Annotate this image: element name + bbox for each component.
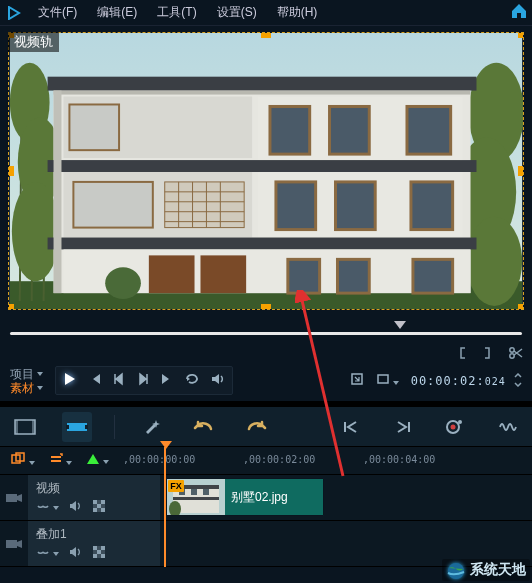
- svg-rect-83: [101, 554, 105, 558]
- svg-rect-72: [173, 497, 219, 500]
- svg-rect-38: [149, 255, 195, 293]
- svg-rect-82: [93, 554, 97, 558]
- checker-icon[interactable]: [93, 546, 105, 561]
- prev-frame-button[interactable]: [112, 372, 126, 389]
- resize-handle-tm[interactable]: [261, 32, 271, 38]
- timeline-header: ,00:00:00:00 ,00:00:02:00 ,00:00:04:00: [0, 447, 532, 475]
- speaker-icon[interactable]: [69, 500, 83, 515]
- svg-rect-65: [101, 500, 105, 504]
- effects-button[interactable]: [137, 412, 167, 442]
- resize-handle-mr[interactable]: [518, 166, 524, 176]
- bracket-left-icon[interactable]: [456, 346, 470, 363]
- globe-icon: [446, 560, 466, 580]
- transport-bar: 项目 素材 00:00:02:024: [0, 364, 532, 401]
- scrub-bar[interactable]: [10, 324, 522, 342]
- preview-area: 视频轨: [0, 26, 532, 310]
- next-frame-button[interactable]: [136, 372, 150, 389]
- scrub-marker-icon[interactable]: [394, 321, 406, 329]
- svg-point-10: [467, 217, 523, 306]
- ruler-tick: ,00:00:00:00: [123, 454, 195, 465]
- svg-rect-80: [101, 546, 105, 550]
- project-material-toggle[interactable]: 项目 素材: [10, 367, 43, 395]
- track-row-video: 视频 FX 别墅02.jpg: [0, 475, 532, 521]
- project-label[interactable]: 项目: [10, 367, 43, 381]
- timeline-tracks: 视频 FX 别墅02.jpg 叠加1: [0, 475, 532, 567]
- storyboard-view-button[interactable]: [10, 412, 40, 442]
- link-icon[interactable]: [36, 500, 59, 515]
- track-lane-video[interactable]: FX 别墅02.jpg: [160, 475, 532, 520]
- svg-rect-13: [54, 91, 471, 95]
- resize-handle-tr[interactable]: [518, 32, 524, 38]
- svg-rect-24: [165, 182, 244, 228]
- camera-icon[interactable]: [0, 537, 28, 551]
- fullscreen-button[interactable]: [350, 372, 364, 389]
- resize-handle-bm[interactable]: [261, 304, 271, 310]
- track-header-video[interactable]: 视频: [28, 475, 160, 520]
- speaker-icon[interactable]: [69, 546, 83, 561]
- svg-rect-77: [6, 540, 17, 548]
- link-icon[interactable]: [36, 546, 59, 561]
- timeline-ruler[interactable]: ,00:00:00:00 ,00:00:02:00 ,00:00:04:00: [123, 447, 522, 475]
- svg-rect-48: [378, 375, 388, 383]
- menu-settings[interactable]: 设置(S): [217, 4, 257, 21]
- svg-rect-62: [6, 494, 17, 502]
- menu-file[interactable]: 文件(F): [38, 4, 77, 21]
- svg-rect-75: [203, 489, 209, 495]
- video-clip[interactable]: FX 别墅02.jpg: [166, 478, 324, 516]
- record-button[interactable]: [440, 412, 470, 442]
- svg-point-45: [510, 347, 514, 351]
- redo-button[interactable]: [241, 412, 271, 442]
- menu-tools[interactable]: 工具(T): [157, 4, 196, 21]
- preview-tool-row: [0, 344, 532, 364]
- resize-handle-br[interactable]: [518, 304, 524, 310]
- clip-label: 别墅02.jpg: [225, 479, 323, 515]
- loop-button[interactable]: [184, 372, 200, 389]
- menu-help[interactable]: 帮助(H): [277, 4, 318, 21]
- add-track-button[interactable]: [49, 452, 72, 469]
- svg-rect-34: [335, 182, 375, 230]
- track-header-overlay[interactable]: 叠加1: [28, 521, 160, 566]
- bracket-right-icon[interactable]: [480, 346, 494, 363]
- scissors-icon[interactable]: [508, 346, 524, 363]
- camera-icon[interactable]: [0, 491, 28, 505]
- material-label[interactable]: 素材: [10, 381, 43, 395]
- watermark-text: 系统天地: [470, 561, 526, 579]
- svg-rect-12: [48, 77, 477, 91]
- timeline-playhead[interactable]: [164, 447, 166, 567]
- audio-mixer-button[interactable]: [492, 412, 522, 442]
- svg-rect-33: [276, 182, 316, 230]
- resize-handle-bl[interactable]: [8, 304, 14, 310]
- marker-button[interactable]: [86, 453, 109, 468]
- timeline-view-button[interactable]: [62, 412, 92, 442]
- svg-rect-20: [48, 160, 477, 172]
- timecode-display[interactable]: 00:00:02:024: [411, 373, 522, 388]
- svg-point-44: [105, 267, 141, 299]
- undo-button[interactable]: [189, 412, 219, 442]
- go-end-button[interactable]: [160, 372, 174, 389]
- jump-end-button[interactable]: [388, 412, 418, 442]
- svg-rect-50: [15, 420, 18, 434]
- jump-start-button[interactable]: [336, 412, 366, 442]
- svg-rect-23: [73, 182, 152, 228]
- preview-frame[interactable]: [8, 32, 524, 310]
- svg-point-56: [451, 424, 456, 429]
- scrub-track[interactable]: [10, 332, 522, 335]
- svg-rect-42: [413, 259, 453, 293]
- svg-rect-52: [67, 423, 87, 431]
- svg-rect-51: [32, 420, 35, 434]
- ruler-tick: ,00:00:02:00: [243, 454, 315, 465]
- play-button[interactable]: [62, 371, 78, 390]
- svg-rect-43: [54, 91, 62, 294]
- volume-button[interactable]: [210, 372, 226, 389]
- checker-icon[interactable]: [93, 500, 105, 515]
- go-start-button[interactable]: [88, 372, 102, 389]
- svg-rect-67: [93, 508, 97, 512]
- menu-items: 文件(F) 编辑(E) 工具(T) 设置(S) 帮助(H): [38, 4, 317, 21]
- display-options-button[interactable]: [376, 372, 399, 389]
- home-icon[interactable]: [510, 3, 528, 22]
- resize-handle-ml[interactable]: [8, 166, 14, 176]
- transport-controls: [55, 366, 233, 395]
- watermark: 系统天地: [442, 559, 530, 581]
- track-motion-button[interactable]: [10, 452, 35, 469]
- menu-edit[interactable]: 编辑(E): [97, 4, 137, 21]
